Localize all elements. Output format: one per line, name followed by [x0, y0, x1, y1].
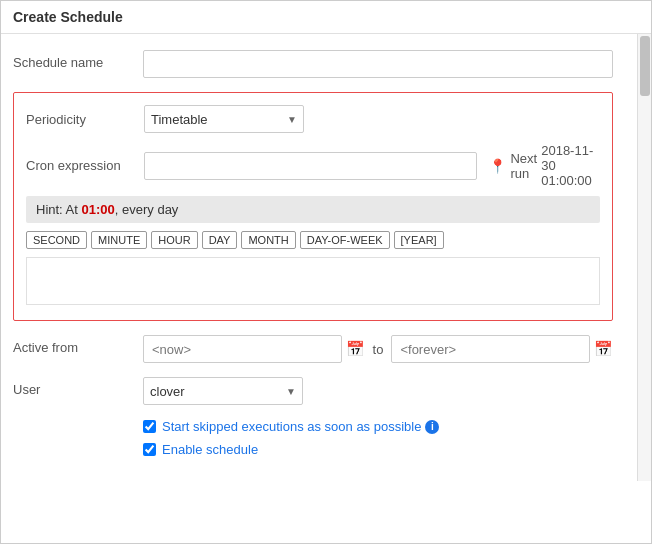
active-from-controls: 📅 to 📅 [143, 335, 613, 363]
periodicity-dropdown[interactable]: Timetable Daily Weekly Monthly ▼ [144, 105, 304, 133]
pin-icon: 📍 [489, 158, 506, 174]
create-schedule-dialog: Create Schedule Schedule name Delete old… [0, 0, 652, 544]
scrollbar-thumb [640, 36, 650, 96]
periodicity-section: Periodicity Timetable Daily Weekly Month… [13, 92, 613, 321]
next-run-value: 2018-11-30 01:00:00 [541, 143, 600, 188]
active-from-row: Active from 📅 to 📅 [13, 335, 613, 363]
cron-label: Cron expression [26, 158, 144, 173]
cron-input[interactable]: 0 0 1 * * ? [144, 152, 477, 180]
user-control: clover admin system ▼ [143, 377, 613, 405]
next-run-label: Next run [510, 151, 537, 181]
start-skipped-label: Start skipped executions as soon as poss… [162, 419, 439, 434]
enable-schedule-label: Enable schedule [162, 442, 258, 457]
periodicity-label: Periodicity [26, 112, 144, 127]
enable-schedule-row: Enable schedule [143, 442, 613, 457]
hint-prefix: Hint: At [36, 202, 82, 217]
form-content: Schedule name Delete old debug files Per… [1, 34, 637, 481]
active-from-input[interactable] [143, 335, 342, 363]
cron-detail-textarea[interactable] [26, 257, 600, 305]
schedule-name-control: Delete old debug files [143, 50, 613, 78]
user-dropdown[interactable]: clover admin system ▼ [143, 377, 303, 405]
periodicity-select[interactable]: Timetable Daily Weekly Monthly [151, 112, 283, 127]
schedule-name-row: Schedule name Delete old debug files [13, 50, 613, 78]
cron-minute-button[interactable]: MINUTE [91, 231, 147, 249]
active-to-calendar-icon[interactable]: 📅 [594, 340, 613, 358]
hint-suffix: , every day [115, 202, 179, 217]
enable-schedule-checkbox[interactable] [143, 443, 156, 456]
user-dropdown-arrow: ▼ [286, 386, 296, 397]
next-run-display: 📍 Next run 2018-11-30 01:00:00 [489, 143, 600, 188]
scrollbar[interactable] [637, 34, 651, 481]
hint-box: Hint: At 01:00, every day [26, 196, 600, 223]
schedule-name-label: Schedule name [13, 50, 143, 70]
active-from-calendar-icon[interactable]: 📅 [346, 340, 365, 358]
info-icon[interactable]: i [425, 420, 439, 434]
schedule-name-input[interactable]: Delete old debug files [143, 50, 613, 78]
dialog-title: Create Schedule [13, 9, 123, 25]
cron-day-button[interactable]: DAY [202, 231, 238, 249]
to-separator: to [373, 342, 384, 357]
periodicity-dropdown-arrow: ▼ [287, 114, 297, 125]
cron-dayofweek-button[interactable]: DAY-OF-WEEK [300, 231, 390, 249]
start-skipped-checkbox[interactable] [143, 420, 156, 433]
periodicity-row: Periodicity Timetable Daily Weekly Month… [26, 105, 600, 133]
cron-hour-button[interactable]: HOUR [151, 231, 197, 249]
cron-buttons-group: SECOND MINUTE HOUR DAY MONTH DAY-OF-WEEK… [26, 231, 600, 249]
start-skipped-row: Start skipped executions as soon as poss… [143, 419, 613, 434]
cron-year-button[interactable]: [YEAR] [394, 231, 444, 249]
periodicity-select-wrapper: Timetable Daily Weekly Monthly ▼ [144, 105, 304, 133]
hint-highlight: 01:00 [82, 202, 115, 217]
cron-second-button[interactable]: SECOND [26, 231, 87, 249]
user-select[interactable]: clover admin system [150, 384, 282, 399]
active-from-label: Active from [13, 335, 143, 355]
active-to-input[interactable] [391, 335, 590, 363]
dialog-header: Create Schedule [1, 1, 651, 34]
user-row: User clover admin system ▼ [13, 377, 613, 405]
user-label: User [13, 377, 143, 397]
cron-month-button[interactable]: MONTH [241, 231, 295, 249]
cron-expression-row: Cron expression 0 0 1 * * ? 📍 Next run 2… [26, 143, 600, 188]
